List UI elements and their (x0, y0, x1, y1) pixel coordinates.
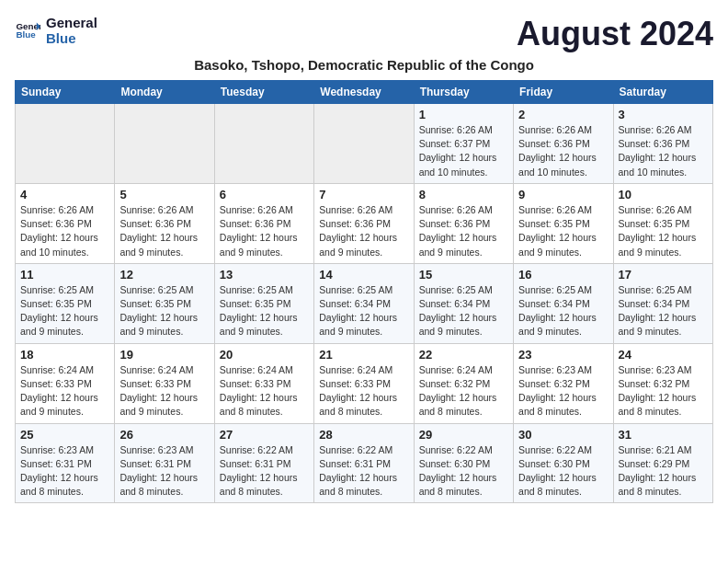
calendar-day-cell: 9Sunrise: 6:26 AM Sunset: 6:35 PM Daylig… (514, 183, 613, 263)
calendar-day-cell: 27Sunrise: 6:22 AM Sunset: 6:31 PM Dayli… (214, 423, 313, 503)
day-info: Sunrise: 6:22 AM Sunset: 6:31 PM Dayligh… (319, 443, 408, 500)
day-number: 9 (518, 188, 608, 201)
day-info: Sunrise: 6:26 AM Sunset: 6:35 PM Dayligh… (619, 203, 708, 259)
svg-text:Blue: Blue (16, 29, 36, 40)
month-title: August 2024 (517, 15, 713, 53)
day-number: 28 (319, 428, 408, 442)
day-number: 18 (20, 348, 109, 362)
day-info: Sunrise: 6:24 AM Sunset: 6:33 PM Dayligh… (20, 363, 109, 419)
day-number: 2 (518, 108, 608, 121)
day-info: Sunrise: 6:25 AM Sunset: 6:35 PM Dayligh… (220, 283, 309, 339)
calendar-day-cell: 21Sunrise: 6:24 AM Sunset: 6:33 PM Dayli… (314, 343, 414, 423)
day-info: Sunrise: 6:23 AM Sunset: 6:31 PM Dayligh… (119, 443, 209, 500)
day-number: 11 (20, 268, 109, 282)
day-number: 3 (619, 108, 708, 121)
day-info: Sunrise: 6:26 AM Sunset: 6:36 PM Dayligh… (419, 203, 508, 259)
calendar-week-row: 18Sunrise: 6:24 AM Sunset: 6:33 PM Dayli… (16, 343, 713, 423)
day-number: 10 (619, 188, 708, 201)
day-number: 24 (619, 348, 708, 362)
day-info: Sunrise: 6:22 AM Sunset: 6:31 PM Dayligh… (220, 443, 309, 500)
calendar-day-cell: 18Sunrise: 6:24 AM Sunset: 6:33 PM Dayli… (16, 343, 115, 423)
day-number: 7 (319, 188, 408, 201)
day-number: 22 (419, 348, 508, 362)
day-info: Sunrise: 6:25 AM Sunset: 6:34 PM Dayligh… (518, 283, 608, 339)
day-info: Sunrise: 6:23 AM Sunset: 6:32 PM Dayligh… (518, 363, 608, 419)
calendar-day-cell: 2Sunrise: 6:26 AM Sunset: 6:36 PM Daylig… (514, 104, 613, 184)
logo-line2: Blue (46, 30, 97, 46)
day-info: Sunrise: 6:26 AM Sunset: 6:36 PM Dayligh… (319, 203, 408, 259)
day-info: Sunrise: 6:24 AM Sunset: 6:33 PM Dayligh… (220, 363, 309, 419)
calendar-day-cell: 17Sunrise: 6:25 AM Sunset: 6:34 PM Dayli… (613, 263, 712, 343)
calendar-day-cell (214, 104, 313, 184)
day-info: Sunrise: 6:26 AM Sunset: 6:36 PM Dayligh… (518, 123, 608, 179)
day-info: Sunrise: 6:21 AM Sunset: 6:29 PM Dayligh… (619, 443, 708, 500)
calendar-week-row: 11Sunrise: 6:25 AM Sunset: 6:35 PM Dayli… (16, 263, 713, 343)
page-header: General Blue General Blue August 2024 (15, 15, 713, 53)
day-number: 21 (319, 348, 408, 362)
calendar-day-cell: 19Sunrise: 6:24 AM Sunset: 6:33 PM Dayli… (115, 343, 214, 423)
day-number: 29 (419, 428, 508, 442)
day-info: Sunrise: 6:22 AM Sunset: 6:30 PM Dayligh… (518, 443, 608, 500)
day-info: Sunrise: 6:24 AM Sunset: 6:33 PM Dayligh… (119, 363, 209, 419)
day-number: 16 (518, 268, 608, 282)
calendar-day-cell: 16Sunrise: 6:25 AM Sunset: 6:34 PM Dayli… (514, 263, 613, 343)
day-info: Sunrise: 6:24 AM Sunset: 6:32 PM Dayligh… (419, 363, 508, 419)
day-number: 20 (220, 348, 309, 362)
calendar-day-cell: 29Sunrise: 6:22 AM Sunset: 6:30 PM Dayli… (414, 423, 513, 503)
day-number: 17 (619, 268, 708, 282)
weekday-header: SundayMondayTuesdayWednesdayThursdayFrid… (16, 81, 713, 104)
day-info: Sunrise: 6:25 AM Sunset: 6:34 PM Dayligh… (619, 283, 708, 339)
calendar-week-row: 4Sunrise: 6:26 AM Sunset: 6:36 PM Daylig… (16, 183, 713, 263)
weekday-header-cell: Sunday (16, 81, 115, 104)
day-info: Sunrise: 6:25 AM Sunset: 6:35 PM Dayligh… (119, 283, 209, 339)
calendar: SundayMondayTuesdayWednesdayThursdayFrid… (15, 80, 713, 503)
calendar-day-cell: 20Sunrise: 6:24 AM Sunset: 6:33 PM Dayli… (214, 343, 313, 423)
calendar-day-cell: 30Sunrise: 6:22 AM Sunset: 6:30 PM Dayli… (514, 423, 613, 503)
day-info: Sunrise: 6:26 AM Sunset: 6:37 PM Dayligh… (419, 123, 508, 179)
day-number: 6 (220, 188, 309, 201)
day-info: Sunrise: 6:24 AM Sunset: 6:33 PM Dayligh… (319, 363, 408, 419)
day-number: 30 (518, 428, 608, 442)
day-number: 31 (619, 428, 708, 442)
calendar-day-cell: 7Sunrise: 6:26 AM Sunset: 6:36 PM Daylig… (314, 183, 414, 263)
calendar-day-cell: 10Sunrise: 6:26 AM Sunset: 6:35 PM Dayli… (613, 183, 712, 263)
day-info: Sunrise: 6:26 AM Sunset: 6:36 PM Dayligh… (119, 203, 209, 259)
day-info: Sunrise: 6:22 AM Sunset: 6:30 PM Dayligh… (419, 443, 508, 500)
calendar-day-cell: 22Sunrise: 6:24 AM Sunset: 6:32 PM Dayli… (414, 343, 513, 423)
day-info: Sunrise: 6:23 AM Sunset: 6:31 PM Dayligh… (20, 443, 109, 500)
day-number: 8 (419, 188, 508, 201)
calendar-day-cell: 13Sunrise: 6:25 AM Sunset: 6:35 PM Dayli… (214, 263, 313, 343)
weekday-header-cell: Tuesday (214, 81, 313, 104)
calendar-day-cell: 15Sunrise: 6:25 AM Sunset: 6:34 PM Dayli… (414, 263, 513, 343)
day-number: 4 (20, 188, 109, 201)
calendar-day-cell (314, 104, 414, 184)
calendar-day-cell: 12Sunrise: 6:25 AM Sunset: 6:35 PM Dayli… (115, 263, 214, 343)
calendar-day-cell: 1Sunrise: 6:26 AM Sunset: 6:37 PM Daylig… (414, 104, 513, 184)
calendar-week-row: 1Sunrise: 6:26 AM Sunset: 6:37 PM Daylig… (16, 104, 713, 184)
calendar-day-cell: 8Sunrise: 6:26 AM Sunset: 6:36 PM Daylig… (414, 183, 513, 263)
calendar-day-cell (16, 104, 115, 184)
day-number: 13 (220, 268, 309, 282)
calendar-day-cell: 4Sunrise: 6:26 AM Sunset: 6:36 PM Daylig… (16, 183, 115, 263)
subtitle: Basoko, Tshopo, Democratic Republic of t… (15, 57, 713, 73)
calendar-day-cell: 3Sunrise: 6:26 AM Sunset: 6:36 PM Daylig… (613, 104, 712, 184)
calendar-day-cell (115, 104, 214, 184)
calendar-day-cell: 31Sunrise: 6:21 AM Sunset: 6:29 PM Dayli… (613, 423, 712, 503)
day-number: 25 (20, 428, 109, 442)
calendar-day-cell: 14Sunrise: 6:25 AM Sunset: 6:34 PM Dayli… (314, 263, 414, 343)
day-number: 1 (419, 108, 508, 121)
calendar-day-cell: 5Sunrise: 6:26 AM Sunset: 6:36 PM Daylig… (115, 183, 214, 263)
day-number: 23 (518, 348, 608, 362)
calendar-day-cell: 28Sunrise: 6:22 AM Sunset: 6:31 PM Dayli… (314, 423, 414, 503)
calendar-day-cell: 6Sunrise: 6:26 AM Sunset: 6:36 PM Daylig… (214, 183, 313, 263)
logo-icon: General Blue (15, 17, 40, 43)
day-number: 26 (119, 428, 209, 442)
day-info: Sunrise: 6:25 AM Sunset: 6:34 PM Dayligh… (419, 283, 508, 339)
day-info: Sunrise: 6:26 AM Sunset: 6:35 PM Dayligh… (518, 203, 608, 259)
day-info: Sunrise: 6:26 AM Sunset: 6:36 PM Dayligh… (220, 203, 309, 259)
day-number: 5 (119, 188, 209, 201)
calendar-week-row: 25Sunrise: 6:23 AM Sunset: 6:31 PM Dayli… (16, 423, 713, 503)
day-info: Sunrise: 6:26 AM Sunset: 6:36 PM Dayligh… (20, 203, 109, 259)
calendar-day-cell: 11Sunrise: 6:25 AM Sunset: 6:35 PM Dayli… (16, 263, 115, 343)
day-info: Sunrise: 6:26 AM Sunset: 6:36 PM Dayligh… (619, 123, 708, 179)
